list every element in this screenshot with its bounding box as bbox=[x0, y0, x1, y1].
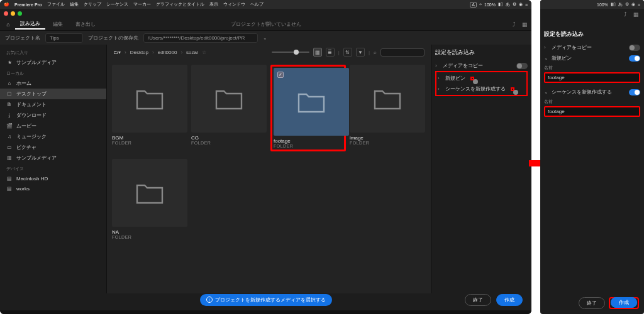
ime-kana[interactable]: あ bbox=[506, 1, 510, 8]
project-save-path[interactable]: /Users/********/Desktop/edit0000/project… bbox=[143, 33, 258, 43]
chevron-right-icon: › bbox=[438, 86, 443, 92]
exit-button[interactable]: 終了 bbox=[465, 294, 491, 306]
filter-icon[interactable]: ▼ bbox=[356, 48, 365, 57]
battery-pct: 100% bbox=[484, 3, 496, 7]
info-icon: i bbox=[206, 297, 213, 303]
breadcrumb-edit0000[interactable]: edit0000 bbox=[158, 50, 177, 55]
menu-help[interactable]: ヘルプ bbox=[250, 1, 264, 8]
folder-tile-cg[interactable]: CG FOLDER bbox=[191, 65, 267, 151]
sidebar-item-movies[interactable]: 🎬ムービー bbox=[0, 121, 106, 131]
sidebar-item-pictures[interactable]: ▭ピクチャ bbox=[0, 142, 106, 153]
breadcrumb-sozai[interactable]: sozai bbox=[186, 50, 198, 55]
workspace-icon[interactable]: ▦ bbox=[633, 11, 639, 18]
import-settings-panel: 設定を読み込み › メディアをコピー › 新規ビン › bbox=[431, 45, 531, 293]
tab-edit[interactable]: 編集 bbox=[48, 19, 68, 29]
sidebar-item-works[interactable]: ▤works bbox=[0, 183, 106, 193]
battery-icon: ▮▯ bbox=[498, 2, 503, 7]
share-icon[interactable]: ⤴ bbox=[624, 11, 627, 18]
sort-icon[interactable]: ⇅ bbox=[343, 48, 352, 57]
menu-sequence[interactable]: シーケンス bbox=[106, 1, 128, 8]
bin-name-label: 名前 bbox=[544, 63, 640, 72]
sidebar-item-downloads[interactable]: ⭳ダウンロード bbox=[0, 110, 106, 121]
menu-marker[interactable]: マーカー bbox=[133, 1, 151, 8]
setting-new-sequence[interactable]: ⌄ シーケンスを新規作成する bbox=[544, 87, 640, 97]
chevron-down-icon: ⌄ bbox=[544, 89, 549, 95]
toggle-copy-media[interactable] bbox=[629, 45, 640, 51]
sidebar-item-sample-media-2[interactable]: ▥サンプルメディア bbox=[0, 153, 106, 163]
chevron-right-icon: › bbox=[438, 75, 443, 81]
menu-graphics[interactable]: グラフィックとタイトル bbox=[156, 1, 204, 8]
toggle-new-sequence[interactable] bbox=[629, 89, 640, 95]
path-dropdown-icon[interactable]: ⌄ bbox=[263, 35, 267, 41]
siri-icon[interactable]: ◉ bbox=[519, 2, 523, 7]
setting-copy-media[interactable]: › メディアをコピー bbox=[544, 42, 640, 53]
sidebar-item-home[interactable]: ⌂ホーム bbox=[0, 78, 106, 89]
window-traffic-lights[interactable] bbox=[0, 9, 26, 18]
ime-indicator[interactable]: A bbox=[470, 2, 477, 8]
control-center-icon[interactable]: ⚙ bbox=[625, 2, 629, 7]
status-bar bbox=[0, 310, 531, 314]
video-icon: 🎬 bbox=[6, 123, 13, 129]
menu-extra-icon[interactable]: ≡ bbox=[525, 3, 528, 7]
sequence-name-label: 名前 bbox=[544, 97, 640, 106]
project-name-field[interactable]: Tips bbox=[45, 33, 83, 43]
breadcrumb: 🗀▾ › Desktop › edit0000 › sozai ☆ ▦ ≣ | bbox=[107, 45, 431, 60]
desktop-icon: ▢ bbox=[6, 91, 13, 97]
apple-icon[interactable]: 🍎 bbox=[4, 2, 9, 7]
project-bar: プロジェクト名 Tips プロジェクトの保存先 /Users/********/… bbox=[0, 31, 531, 45]
control-center-icon[interactable]: ⚙ bbox=[513, 2, 516, 7]
folder-tile-image[interactable]: image FOLDER bbox=[350, 65, 425, 151]
favorite-toggle-icon[interactable]: ☆ bbox=[202, 50, 206, 55]
folder-tile-footage[interactable]: ✓ footage FOLDER bbox=[270, 65, 346, 151]
workspace-icon[interactable]: ▦ bbox=[522, 21, 528, 28]
sidebar-item-documents[interactable]: 🗎ドキュメント bbox=[0, 99, 106, 110]
menu-view[interactable]: 表示 bbox=[209, 1, 218, 8]
folder-tile-bgm[interactable]: BGM FOLDER bbox=[112, 65, 187, 151]
share-icon[interactable]: ⤴ bbox=[513, 21, 516, 28]
setting-new-bin[interactable]: › 新規ビン bbox=[438, 73, 525, 84]
tab-import[interactable]: 読み込み bbox=[15, 19, 45, 30]
footer: i プロジェクトを新規作成するメディアを選択する 終了 作成 bbox=[0, 289, 531, 310]
sample-icon: ▥ bbox=[6, 155, 13, 161]
setting-new-sequence[interactable]: › シーケンスを新規作成する bbox=[438, 84, 525, 94]
window-title: プロジェクトが開いていません bbox=[231, 21, 301, 28]
sidebar-item-macintosh-hd[interactable]: ▤Macintosh HD bbox=[0, 173, 106, 183]
menu-window[interactable]: ウィンドウ bbox=[223, 1, 245, 8]
toggle-new-bin[interactable] bbox=[629, 55, 640, 62]
chevron-down-icon: ⌄ bbox=[544, 55, 549, 61]
sidebar-item-sample-media[interactable]: ★サンプルメディア bbox=[0, 57, 106, 68]
sidebar-section-favorites: お気に入り bbox=[0, 47, 106, 57]
sidebar-item-music[interactable]: ♫ミュージック bbox=[0, 131, 106, 142]
folder-tile-na[interactable]: NA FOLDER bbox=[112, 159, 187, 239]
list-view-icon[interactable]: ≣ bbox=[326, 48, 335, 57]
exit-button[interactable]: 終了 bbox=[579, 297, 605, 309]
home-icon[interactable]: ⌂ bbox=[4, 20, 13, 29]
menu-edit[interactable]: 編集 bbox=[70, 1, 79, 8]
create-button[interactable]: 作成 bbox=[611, 297, 637, 308]
breadcrumb-desktop[interactable]: Desktop bbox=[130, 50, 148, 55]
menu-extra-icon[interactable]: ≡ bbox=[638, 3, 640, 7]
sidebar-item-desktop[interactable]: ▢デスクトップ bbox=[0, 89, 106, 99]
chevron-right-icon: › bbox=[435, 63, 440, 68]
folder-nav-icon[interactable]: 🗀▾ bbox=[113, 50, 121, 55]
siri-icon[interactable]: ◉ bbox=[631, 2, 635, 7]
wifi-icon[interactable]: ⌔ bbox=[479, 3, 482, 7]
create-button[interactable]: 作成 bbox=[496, 294, 523, 306]
menu-file[interactable]: ファイル bbox=[47, 1, 65, 8]
sequence-name-field[interactable]: footage bbox=[544, 106, 640, 117]
grid-view-icon[interactable]: ▦ bbox=[313, 48, 322, 57]
setting-new-bin[interactable]: ⌄ 新規ビン bbox=[544, 53, 640, 63]
toggle-copy-media[interactable] bbox=[516, 63, 528, 69]
right-settings-panel: 100% ▮▯ あ ⚙ ◉ ≡ ⤴ ▦ 設定を読み込み › メディアをコピー ⌄… bbox=[540, 0, 644, 314]
workspace-tabs: ⌂ 読み込み 編集 書き出し プロジェクトが開いていません ⤴ ▦ bbox=[0, 18, 531, 31]
document-icon: 🗎 bbox=[6, 102, 13, 108]
app-name[interactable]: Premiere Pro bbox=[14, 3, 42, 7]
ime-kana[interactable]: あ bbox=[618, 1, 623, 8]
search-input[interactable] bbox=[380, 48, 425, 57]
tile-checkbox[interactable]: ✓ bbox=[277, 72, 284, 78]
tab-export[interactable]: 書き出し bbox=[70, 19, 101, 29]
bin-name-field[interactable]: footage bbox=[544, 72, 640, 83]
thumbnail-size-slider[interactable] bbox=[272, 52, 309, 53]
menu-clip[interactable]: クリップ bbox=[84, 1, 101, 8]
setting-copy-media[interactable]: › メディアをコピー bbox=[435, 60, 528, 71]
